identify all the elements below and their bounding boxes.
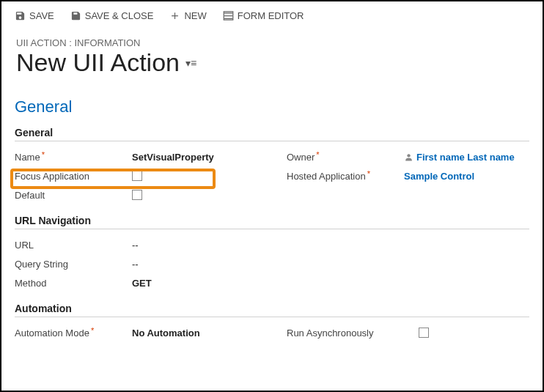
field-focus-application[interactable]: Focus Application [15,166,257,185]
url-value[interactable]: -- [132,240,139,251]
save-close-label: SAVE & CLOSE [85,10,154,21]
form-editor-icon [223,10,234,21]
save-label: SAVE [29,10,54,21]
subsection-automation: Automation [15,303,529,317]
name-value[interactable]: SetVisualProperty [132,152,214,163]
subsection-general: General [15,127,529,141]
new-button[interactable]: NEW [169,10,206,21]
form-editor-button[interactable]: FORM EDITOR [223,10,304,21]
method-value[interactable]: GET [132,278,152,289]
automation-mode-label: Automation Mode [15,328,132,339]
automation-mode-value[interactable]: No Automation [132,328,200,339]
breadcrumb: UII ACTION : INFORMATION [16,37,529,48]
field-owner[interactable]: Owner First name Last name [287,147,529,166]
name-label: Name [15,152,132,163]
hosted-app-label: Hosted Application [287,171,404,182]
field-query-string[interactable]: Query String -- [15,254,529,273]
page-title: New UII Action ▾≡ [16,48,529,77]
save-close-icon [70,10,81,21]
svg-point-1 [407,154,410,157]
focus-app-label: Focus Application [15,171,132,182]
section-general-header: General [15,97,529,117]
default-checkbox[interactable] [132,190,142,200]
page-title-text: New UII Action [16,48,180,77]
field-run-async[interactable]: Run Asynchronously [287,323,529,342]
query-string-label: Query String [15,259,132,270]
field-method[interactable]: Method GET [15,273,529,292]
query-string-value[interactable]: -- [132,259,139,270]
save-button[interactable]: SAVE [15,10,54,21]
url-label: URL [15,240,132,251]
field-default[interactable]: Default [15,185,257,204]
method-label: Method [15,278,132,289]
default-label: Default [15,190,132,201]
form-editor-label: FORM EDITOR [238,10,304,21]
field-hosted-application[interactable]: Hosted Application Sample Control [287,166,529,185]
plus-icon [169,10,180,21]
subsection-url-navigation: URL Navigation [15,215,529,229]
focus-app-checkbox[interactable] [132,171,142,181]
new-label: NEW [184,10,206,21]
field-name[interactable]: Name SetVisualProperty [15,147,257,166]
save-icon [15,10,26,21]
toolbar: SAVE SAVE & CLOSE NEW FORM EDITOR [15,10,529,21]
person-icon [404,152,413,162]
field-automation-mode[interactable]: Automation Mode No Automation [15,323,257,342]
owner-label: Owner [287,152,404,163]
hosted-app-value[interactable]: Sample Control [404,171,474,182]
owner-value[interactable]: First name Last name [416,152,515,163]
run-async-label: Run Asynchronously [287,328,419,339]
field-url[interactable]: URL -- [15,235,529,254]
save-close-button[interactable]: SAVE & CLOSE [70,10,154,21]
title-menu-icon[interactable]: ▾≡ [185,57,196,69]
run-async-checkbox[interactable] [419,328,429,338]
